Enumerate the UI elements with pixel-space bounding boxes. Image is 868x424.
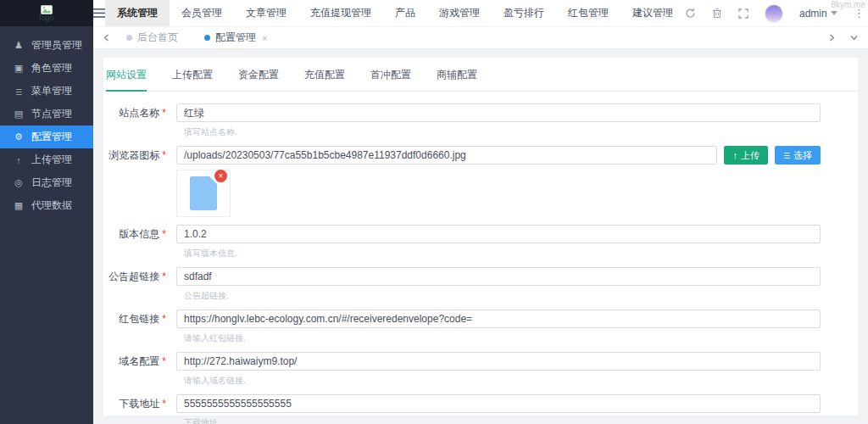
main-column: 系统管理 会员管理 文章管理 充值提现管理 产品 <box>93 0 868 424</box>
topnav-item[interactable]: 会员管理 <box>170 0 234 26</box>
config-tab[interactable]: 网站设置 <box>106 68 147 92</box>
sidebar-item[interactable]: 管理员管理 <box>0 34 93 57</box>
chevron-down-icon <box>831 11 837 15</box>
config-tab[interactable]: 上传配置 <box>172 68 213 92</box>
field-label: 站点名称* <box>105 106 166 120</box>
sidebar-item-label: 代理数据 <box>31 198 72 213</box>
sidebar-item[interactable]: 上传管理 <box>0 148 93 171</box>
choose-button[interactable]: 选择 <box>775 146 821 165</box>
required-mark: * <box>162 107 166 119</box>
sidebar-item[interactable]: 配置管理 <box>0 126 93 148</box>
upload-button[interactable]: 上传 <box>724 146 768 165</box>
download-url-input[interactable] <box>176 394 821 413</box>
field-label: 下载地址* <box>105 397 166 411</box>
topnav-item[interactable]: 充值提现管理 <box>298 0 383 26</box>
form-row: 站点名称* 填写站点名称. <box>105 103 821 138</box>
role-icon <box>13 63 25 74</box>
favicon-thumbnail[interactable] <box>176 170 231 217</box>
tabs-scroll-left-icon[interactable] <box>100 34 113 42</box>
sidebar-item[interactable]: 角色管理 <box>0 57 93 80</box>
field-hint: 请输入红包链接. <box>184 332 821 344</box>
gear-icon <box>13 131 25 142</box>
topnav-item[interactable]: 文章管理 <box>234 0 298 26</box>
topnav-item[interactable]: 系统管理 <box>105 0 170 26</box>
field-hint: 请输入域名链接. <box>184 375 821 387</box>
sidebar-menu: 管理员管理 角色管理 菜单管理 节点管理 <box>0 26 93 217</box>
field-label: 域名配置* <box>105 354 166 369</box>
required-mark: * <box>162 355 166 367</box>
config-tab[interactable]: 资金配置 <box>238 68 279 92</box>
user-name: admin <box>799 8 827 20</box>
config-tab[interactable]: 充值配置 <box>304 68 345 92</box>
refresh-icon[interactable] <box>685 8 696 19</box>
field-hint: 填写版本信息. <box>184 248 821 259</box>
trash-icon[interactable] <box>712 8 722 19</box>
window-tabs: 后台首页 配置管理 × <box>116 27 277 48</box>
tabs-menu-icon[interactable] <box>847 35 861 41</box>
top-header: 系统管理 会员管理 文章管理 充值提现管理 产品 <box>93 0 868 27</box>
version-input[interactable] <box>176 225 821 243</box>
topnav-item[interactable]: 游戏管理 <box>427 0 492 26</box>
collapse-menu-icon[interactable] <box>93 0 105 26</box>
site-name-input[interactable] <box>176 103 821 122</box>
window-tabbar: 后台首页 配置管理 × <box>93 27 868 49</box>
sidebar-item-label: 角色管理 <box>31 61 72 75</box>
topnav-item[interactable]: 产品 <box>383 0 427 26</box>
topnav-item[interactable]: 建议管理 <box>620 0 685 26</box>
field-label: 浏览器图标* <box>105 148 166 163</box>
topnav-item[interactable]: 盈亏排行 <box>492 0 556 26</box>
fullscreen-icon[interactable] <box>738 8 748 19</box>
admin-app: logo 管理员管理 角色管理 菜单管理 <box>0 0 868 424</box>
topnav-item-label: 充值提现管理 <box>310 6 371 20</box>
sidebar-item-label: 配置管理 <box>31 130 72 144</box>
avatar[interactable] <box>765 4 783 23</box>
config-card: 网站设置 上传配置 资金配置 充值配置 首冲配置 商辅配置 <box>103 58 858 416</box>
top-nav: 系统管理 会员管理 文章管理 充值提现管理 产品 <box>105 0 685 26</box>
required-mark: * <box>162 313 166 325</box>
sidebar-item-label: 节点管理 <box>31 107 72 121</box>
announcement-link-input[interactable] <box>176 267 821 286</box>
window-tab[interactable]: 配置管理 × <box>194 27 277 48</box>
favicon-path-input[interactable] <box>176 146 717 165</box>
tabs-scroll-right-icon[interactable] <box>826 34 838 42</box>
topnav-item-label: 会员管理 <box>181 6 222 20</box>
window-tab-label: 后台首页 <box>137 31 178 45</box>
upload-icon <box>732 150 737 160</box>
log-icon <box>13 177 25 188</box>
topnav-item-label: 盈亏排行 <box>504 6 544 20</box>
config-tab[interactable]: 首冲配置 <box>370 68 411 92</box>
close-tab-icon[interactable]: × <box>262 33 267 43</box>
domain-config-input[interactable] <box>176 352 821 371</box>
form-row: 红包链接* 请输入红包链接. <box>105 310 821 344</box>
required-mark: * <box>162 271 166 282</box>
config-form: 站点名称* 填写站点名称. 浏览器图标* 上传 选择 <box>105 92 858 424</box>
field-label: 公告超链接* <box>105 270 166 284</box>
sidebar-item[interactable]: 日志管理 <box>0 171 93 194</box>
sidebar-item-label: 管理员管理 <box>31 38 82 53</box>
field-label: 版本信息* <box>105 227 166 242</box>
form-row: 域名配置* 请输入域名链接. <box>105 352 821 387</box>
topnav-item-label: 建议管理 <box>632 6 673 20</box>
sidebar-item-label: 菜单管理 <box>31 84 72 98</box>
required-mark: * <box>162 228 166 240</box>
favicon-preview-area <box>176 170 821 217</box>
config-tab[interactable]: 商辅配置 <box>437 68 477 92</box>
node-icon <box>13 109 25 120</box>
sidebar-item-label: 日志管理 <box>31 176 72 190</box>
remove-image-icon[interactable] <box>214 170 227 182</box>
sidebar-item[interactable]: 菜单管理 <box>0 80 93 103</box>
window-tab[interactable]: 后台首页 <box>116 27 194 48</box>
sidebar-item[interactable]: 节点管理 <box>0 103 93 126</box>
topnav-item-label: 游戏管理 <box>439 6 480 20</box>
topnav-item[interactable]: 红包管理 <box>556 0 620 26</box>
sidebar-item[interactable]: 代理数据 <box>0 194 93 217</box>
field-hint: 下载地址. <box>184 417 821 424</box>
topnav-item-label: 红包管理 <box>568 6 609 20</box>
user-icon <box>13 40 25 51</box>
watermark: 8kym.me <box>831 0 865 9</box>
redpacket-link-input[interactable] <box>176 310 821 328</box>
window-tab-label: 配置管理 <box>215 31 256 45</box>
logo-text: logo <box>39 14 53 21</box>
form-row: 下载地址* 下载地址. <box>105 394 821 424</box>
tab-status-dot <box>126 35 132 41</box>
